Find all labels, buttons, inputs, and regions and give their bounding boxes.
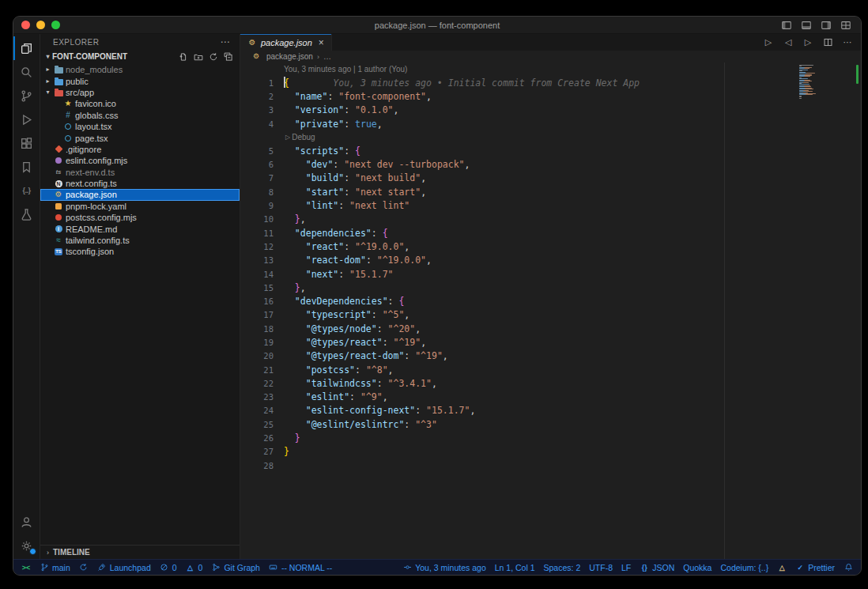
status-bar: ><mainLaunchpad0△0Git Graph-- NORMAL -- …: [13, 559, 861, 575]
tree-item-pnpm-lock-yaml[interactable]: pnpm-lock.yaml: [40, 201, 240, 212]
warning-icon: △: [777, 563, 787, 572]
zoom-window-button[interactable]: [51, 21, 60, 29]
quokka[interactable]: Quokka: [683, 563, 711, 572]
status-label: JSON: [652, 563, 674, 572]
source-control-icon: [20, 89, 33, 103]
code-line: 28: [240, 459, 861, 472]
activity-explorer[interactable]: [13, 36, 40, 60]
code-text: "scripts": {: [284, 145, 360, 157]
codeium[interactable]: Codeium: {..}: [720, 563, 768, 572]
activity-source-control[interactable]: [13, 84, 40, 108]
code-text: "lint": "next lint": [284, 200, 409, 211]
file-label: node_modules: [66, 64, 123, 75]
activity-bookmarks[interactable]: [13, 155, 40, 179]
toggle-secondary-sidebar-icon[interactable]: [821, 20, 832, 31]
tab-package-json[interactable]: ⚙ package.json ×: [240, 34, 332, 51]
run-icon[interactable]: ▷: [763, 37, 774, 48]
tree-item-next-env-d-ts[interactable]: tsnext-env.d.ts: [40, 167, 240, 178]
minimap[interactable]: [799, 65, 821, 99]
chevron-right-icon: ▸: [43, 64, 52, 75]
activity-accounts[interactable]: [13, 510, 40, 534]
tree-item-readme-md[interactable]: iREADME.md: [40, 223, 240, 234]
status-label: Quokka: [683, 563, 711, 572]
tree-item--gitignore[interactable]: .gitignore: [40, 144, 240, 155]
activity-manage[interactable]: [13, 534, 40, 557]
gitlens-blame[interactable]: You, 3 minutes ago: [402, 563, 486, 572]
language-mode[interactable]: {}JSON: [640, 563, 674, 572]
git-sync[interactable]: [79, 563, 89, 572]
tree-item-node-modules[interactable]: ▸node_modules: [40, 64, 240, 75]
timeline-section[interactable]: › TIMELINE: [40, 545, 240, 559]
tree-item-next-config-ts[interactable]: Nnext.config.ts: [40, 178, 240, 189]
tree-item-layout-tsx[interactable]: layout.tsx: [40, 121, 240, 132]
minimize-window-button[interactable]: [36, 21, 45, 29]
navigate-back-icon[interactable]: ◁: [783, 37, 794, 48]
line-number: 24: [240, 406, 284, 415]
explorer-actions: [179, 52, 240, 62]
close-icon[interactable]: ×: [319, 38, 324, 47]
activity-extensions[interactable]: [13, 131, 40, 155]
tree-item-tailwind-config-ts[interactable]: ≈tailwind.config.ts: [40, 235, 240, 246]
code-text: "react-dom": "^19.0.0",: [284, 255, 432, 266]
tree-item-tsconfig-json[interactable]: TStsconfig.json: [40, 246, 240, 257]
project-section-header[interactable]: ▾ FONT-COMPONENT: [40, 50, 240, 63]
bell-icon: [843, 563, 853, 572]
toggle-primary-sidebar-icon[interactable]: [781, 20, 792, 31]
error-slash-icon: [160, 563, 169, 572]
warnings-indicator[interactable]: △: [777, 563, 787, 572]
tree-item-favicon-ico[interactable]: ★favicon.ico: [40, 98, 240, 109]
breadcrumb-symbol[interactable]: …: [323, 52, 331, 61]
prettier[interactable]: ✓Prettier: [795, 563, 835, 572]
line-number: 2: [240, 92, 284, 101]
code-text: "@types/node": "^20",: [284, 323, 421, 334]
tree-item-public[interactable]: ▸public: [40, 75, 240, 86]
refresh-icon[interactable]: [209, 52, 218, 62]
problems-errors[interactable]: 0: [160, 563, 177, 572]
tree-item-page-tsx[interactable]: page.tsx: [40, 132, 240, 143]
gitlens-launchpad[interactable]: Launchpad: [97, 563, 151, 572]
eol[interactable]: LF: [621, 563, 631, 572]
tree-item-eslint-config-mjs[interactable]: eslint.config.mjs: [40, 155, 240, 166]
new-file-icon[interactable]: [179, 52, 188, 62]
tree-item-package-json[interactable]: ⚙package.json: [40, 189, 240, 200]
remote-indicator[interactable]: ><: [21, 563, 31, 572]
activity-testing[interactable]: [13, 202, 40, 226]
activity-run-and-debug[interactable]: [13, 108, 40, 131]
breadcrumb[interactable]: ⚙ package.json › …: [240, 51, 861, 62]
activity-search[interactable]: [13, 60, 40, 84]
tree-item-src-app[interactable]: ▾src/app: [40, 87, 240, 98]
git-branch[interactable]: main: [40, 563, 70, 572]
tree-item-globals-css[interactable]: #globals.css: [40, 110, 240, 121]
notifications[interactable]: [843, 563, 853, 572]
code-line: 12 "react": "^19.0.0",: [240, 240, 861, 253]
line-number: 26: [240, 433, 284, 443]
collapse-all-icon[interactable]: [224, 52, 233, 62]
navigate-forward-icon[interactable]: ▷: [802, 37, 813, 48]
tree-item-postcss-config-mjs[interactable]: postcss.config.mjs: [40, 212, 240, 223]
customize-layout-icon[interactable]: [840, 20, 851, 31]
indentation[interactable]: Spaces: 2: [544, 563, 581, 572]
overview-ruler[interactable]: [853, 62, 861, 559]
new-folder-icon[interactable]: [194, 52, 203, 62]
close-window-button[interactable]: [21, 21, 30, 29]
bookmark-icon: [20, 160, 33, 174]
gitlens-blame-lens[interactable]: You, 3 minutes ago | 1 author (You): [240, 62, 861, 76]
line-number: 4: [240, 119, 284, 129]
encoding[interactable]: UTF-8: [589, 563, 613, 572]
problems-warnings[interactable]: △0: [186, 563, 203, 572]
vim-mode[interactable]: -- NORMAL --: [269, 563, 332, 572]
file-label: postcss.config.mjs: [66, 212, 137, 223]
activity-console-utils[interactable]: {..}: [13, 179, 40, 202]
code-line: 25 "@eslint/eslintrc": "^3": [240, 417, 861, 431]
git-graph[interactable]: Git Graph: [211, 563, 260, 572]
status-label: Git Graph: [224, 563, 260, 572]
more-actions-icon[interactable]: ⋯: [221, 36, 231, 47]
split-editor-icon[interactable]: [822, 37, 833, 48]
toggle-panel-icon[interactable]: [801, 20, 812, 31]
cursor-position[interactable]: Ln 1, Col 1: [495, 563, 535, 572]
breadcrumb-file[interactable]: package.json: [266, 52, 313, 61]
code-editor[interactable]: You, 3 minutes ago | 1 author (You)1{ Yo…: [240, 62, 861, 559]
codelens-debug[interactable]: ▷Debug: [240, 130, 861, 144]
more-actions-icon[interactable]: ⋯: [842, 37, 853, 48]
folder-icon: [52, 64, 65, 75]
